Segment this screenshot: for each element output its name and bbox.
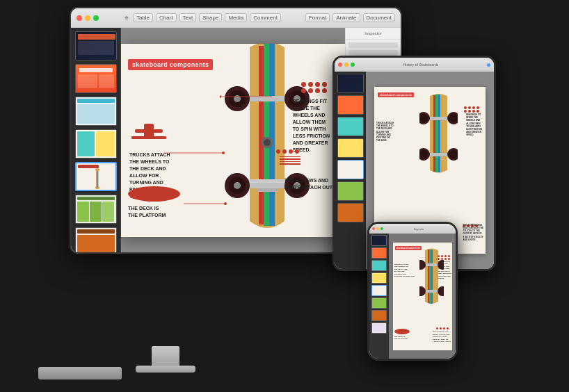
- slide-thumb-4[interactable]: [75, 129, 117, 158]
- comment-button[interactable]: Comment: [250, 13, 281, 22]
- svg-rect-18: [243, 96, 291, 101]
- chart-button[interactable]: Chart: [156, 13, 177, 22]
- toolbar-icon-add: ⊕: [125, 15, 129, 21]
- svg-rect-3: [97, 170, 97, 188]
- slide-thumb-5[interactable]: [75, 162, 117, 191]
- phone-thumb-2[interactable]: [371, 247, 387, 259]
- phone-maximize[interactable]: [380, 227, 383, 230]
- phone-thumb-5[interactable]: [371, 285, 387, 296]
- minimize-button[interactable]: [85, 15, 90, 21]
- phone-toolbar: Keynote: [369, 224, 456, 234]
- phone-bearings-text: BEARINGS FITINSIDE THEWHEELS ANDALLOW TH…: [438, 261, 451, 280]
- mac-mini: [38, 367, 122, 379]
- tablet-thumb-4[interactable]: [337, 138, 364, 158]
- format-button[interactable]: Format: [305, 13, 330, 22]
- svg-point-14: [234, 182, 241, 189]
- deck-heading: THE DECK ISTHE PLATFORM: [128, 206, 166, 218]
- canvas-area[interactable]: skateboard components: [121, 28, 345, 252]
- bearings-heading: BEARINGS FITINSIDE THEWHEELS ANDALLOW TH…: [293, 99, 330, 153]
- animate-button[interactable]: Animate: [332, 13, 360, 22]
- phone-thumb-4[interactable]: [371, 272, 387, 284]
- slide-thumb-6[interactable]: [75, 195, 117, 224]
- text-button[interactable]: Text: [179, 13, 197, 22]
- phone-title: Keynote: [385, 227, 453, 231]
- svg-rect-33: [433, 95, 435, 172]
- tablet-slide-title: skateboard components: [378, 92, 414, 97]
- slide-title-badge: skateboard components: [128, 59, 213, 70]
- phone-trucks-text: TRUCKS ATTACHTHE WHEELS TOTHE DECK ANDAL…: [394, 263, 415, 278]
- phone-deck-annotation: THE DECK ISTHE PLATFORM: [394, 329, 410, 340]
- tablet-thumb-7[interactable]: [337, 203, 364, 222]
- phone-thumb-3[interactable]: [371, 260, 387, 271]
- tablet-close[interactable]: [338, 63, 342, 67]
- svg-point-38: [419, 114, 428, 122]
- shape-button[interactable]: Shape: [199, 13, 222, 22]
- tablet-maximize[interactable]: [351, 63, 355, 67]
- svg-rect-47: [429, 250, 431, 304]
- trucks-heading: TRUCKS ATTACH: [129, 152, 170, 157]
- tablet-thumb-1[interactable]: [337, 74, 364, 93]
- svg-point-21: [234, 95, 241, 102]
- table-button[interactable]: Table: [133, 13, 153, 22]
- phone-slide: skateboard components: [393, 243, 452, 350]
- bearings-annotation: BEARINGS FITINSIDE THEWHEELS ANDALLOW TH…: [293, 98, 330, 154]
- svg-rect-41: [428, 153, 449, 156]
- phone-bearings-dots: [438, 255, 451, 260]
- phone-thumb-1[interactable]: [371, 235, 387, 246]
- svg-rect-48: [431, 250, 433, 304]
- document-button[interactable]: Document: [363, 13, 395, 22]
- bearings-dots: [301, 82, 328, 93]
- monitor-stand-base: [136, 366, 195, 373]
- tablet-skateboard: [419, 90, 458, 181]
- svg-rect-2: [96, 170, 97, 188]
- screw-lines: [280, 156, 300, 165]
- svg-rect-4: [97, 170, 98, 188]
- slide-canvas: skateboard components: [121, 44, 345, 237]
- svg-point-43: [419, 150, 428, 158]
- tablet-title: History of Skateboards: [357, 63, 485, 67]
- slide-thumb-1[interactable]: [75, 31, 117, 60]
- tablet-thumbnails[interactable]: [335, 72, 366, 269]
- maximize-button[interactable]: [93, 15, 99, 21]
- slide-thumb-3[interactable]: [75, 97, 117, 126]
- phone-thumb-7[interactable]: [371, 310, 387, 321]
- phone-thumb-6[interactable]: [371, 297, 387, 309]
- tablet-minimize[interactable]: [344, 63, 348, 67]
- tablet-thumb-3[interactable]: [337, 117, 364, 136]
- close-button[interactable]: [77, 15, 82, 21]
- slide-thumb-7[interactable]: [75, 227, 117, 252]
- svg-rect-8: [269, 44, 275, 226]
- tablet-trucks-text: TRUCKS ATTACHTHE WHEELS TOTHE DECK ANDAL…: [376, 122, 394, 142]
- screws-text: THE SCREWS ANDBOLTS ATTACH OUT: [284, 178, 332, 190]
- svg-point-30: [220, 95, 221, 98]
- phone-body: skateboard components: [369, 234, 456, 359]
- tablet-play-btn[interactable]: [487, 63, 490, 67]
- media-button[interactable]: Media: [225, 13, 247, 22]
- screws-annotation: THE SCREWS ANDBOLTS ATTACH OUT: [284, 177, 332, 191]
- phone-close[interactable]: [372, 227, 375, 230]
- tablet-toolbar: History of Skateboards: [335, 58, 494, 72]
- phone-canvas: skateboard components: [389, 234, 456, 359]
- monitor-stand: [152, 346, 179, 367]
- phone-slide-title: skateboard components: [395, 246, 422, 250]
- svg-point-26: [264, 139, 271, 146]
- tablet-thumb-6[interactable]: [337, 181, 364, 201]
- phone-screws-text: THE SCREWS ANDBOLTS ATTACH THETRUCKS TO …: [433, 331, 451, 343]
- phone-screws-dots: [436, 327, 449, 329]
- svg-point-54: [438, 286, 444, 296]
- screws-dots: [276, 149, 300, 154]
- svg-rect-34: [435, 95, 438, 172]
- deck-miniature: [90, 167, 104, 189]
- svg-point-45: [449, 150, 458, 158]
- phone-screen: Keynote skateboard components: [369, 224, 456, 359]
- slide-thumb-2[interactable]: [75, 64, 117, 93]
- svg-rect-35: [438, 95, 441, 172]
- phone: Keynote skateboard components: [367, 222, 458, 361]
- tablet-thumb-5[interactable]: [337, 160, 364, 179]
- tablet-thumb-2[interactable]: [337, 95, 364, 115]
- phone-thumbnails[interactable]: [369, 234, 389, 359]
- slide-panel[interactable]: [71, 28, 121, 252]
- phone-thumb-8[interactable]: [371, 322, 387, 334]
- svg-point-5: [95, 168, 99, 171]
- phone-minimize[interactable]: [376, 227, 379, 230]
